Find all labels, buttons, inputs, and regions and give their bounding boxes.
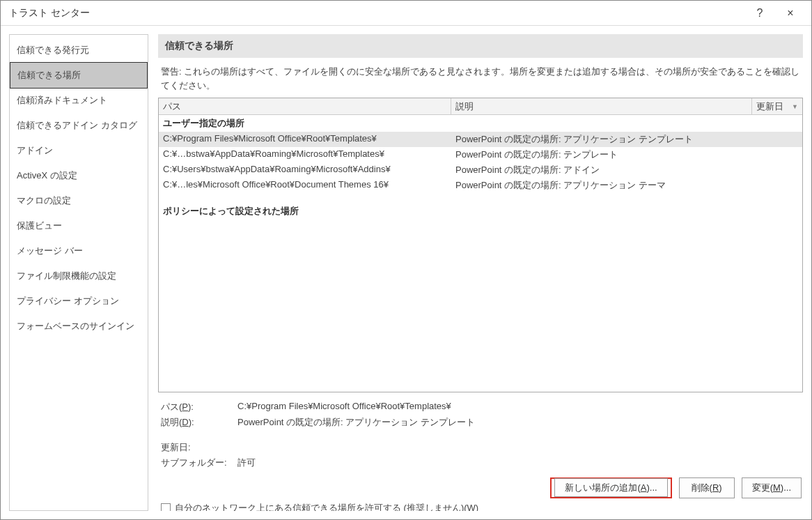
window-title: トラスト センター <box>9 7 744 20</box>
group-user-locations: ユーザー指定の場所 <box>159 115 802 132</box>
network-locations-checkbox-row[interactable]: 自分のネットワーク上にある信頼できる場所を許可する (推奨しません)(W) <box>158 501 803 511</box>
detail-subfolder-value: 許可 <box>237 457 800 469</box>
add-location-button[interactable]: 新しい場所の追加(A)... <box>554 478 667 497</box>
detail-date-value <box>237 441 800 454</box>
cell-date <box>752 162 802 178</box>
sidebar-item-trusted-documents[interactable]: 信頼済みドキュメント <box>10 88 148 113</box>
cell-path: C:¥…les¥Microsoft Office¥Root¥Document T… <box>159 178 451 193</box>
modify-button[interactable]: 変更(M)... <box>742 477 802 498</box>
sidebar-item-form-signin[interactable]: フォームベースのサインイン <box>10 314 148 339</box>
cell-desc: PowerPoint の既定の場所: アドイン <box>451 162 752 178</box>
sidebar-item-macro[interactable]: マクロの設定 <box>10 188 148 213</box>
sidebar-item-file-block[interactable]: ファイル制限機能の設定 <box>10 263 148 289</box>
cell-desc: PowerPoint の既定の場所: アプリケーション テンプレート <box>451 132 752 147</box>
sidebar-item-protected-view[interactable]: 保護ビュー <box>10 213 148 238</box>
category-sidebar: 信頼できる発行元 信頼できる場所 信頼済みドキュメント 信頼できるアドイン カタ… <box>9 34 148 511</box>
cell-path: C:¥Program Files¥Microsoft Office¥Root¥T… <box>159 132 451 147</box>
sidebar-item-trusted-addin-catalogs[interactable]: 信頼できるアドイン カタログ <box>10 113 148 138</box>
network-locations-checkbox-label: 自分のネットワーク上にある信頼できる場所を許可する (推奨しません)(W) <box>175 502 478 511</box>
cell-date <box>752 132 802 147</box>
titlebar: トラスト センター ? × <box>1 1 811 26</box>
locations-table: パス 説明 更新日 ▼ ユーザー指定の場所 C:¥Program Files¥M… <box>158 98 803 392</box>
table-row[interactable]: C:¥Program Files¥Microsoft Office¥Root¥T… <box>159 132 802 147</box>
table-header-row: パス 説明 更新日 ▼ <box>159 98 802 115</box>
detail-path-label: パス(P): <box>161 401 237 413</box>
detail-subfolder-label: サブフォルダー: <box>161 457 237 469</box>
sidebar-item-addins[interactable]: アドイン <box>10 138 148 163</box>
sidebar-item-message-bar[interactable]: メッセージ バー <box>10 238 148 263</box>
detail-date-label: 更新日: <box>161 441 237 454</box>
cell-desc: PowerPoint の既定の場所: テンプレート <box>451 147 752 162</box>
sidebar-item-trusted-locations[interactable]: 信頼できる場所 <box>10 62 148 89</box>
column-header-path[interactable]: パス <box>159 98 451 114</box>
sidebar-item-trusted-publishers[interactable]: 信頼できる発行元 <box>10 38 148 63</box>
cell-path: C:¥Users¥bstwa¥AppData¥Roaming¥Microsoft… <box>159 162 451 178</box>
button-row: 新しい場所の追加(A)... 削除(R) 変更(M)... <box>158 475 803 501</box>
cell-date <box>752 178 802 193</box>
sidebar-item-activex[interactable]: ActiveX の設定 <box>10 163 148 188</box>
column-header-date-label: 更新日 <box>756 100 783 113</box>
detail-desc-label: 説明(D): <box>161 416 237 429</box>
detail-desc-value: PowerPoint の既定の場所: アプリケーション テンプレート <box>237 416 800 429</box>
cell-path: C:¥…bstwa¥AppData¥Roaming¥Microsoft¥Temp… <box>159 147 451 162</box>
remove-button[interactable]: 削除(R) <box>679 477 735 498</box>
table-body[interactable]: ユーザー指定の場所 C:¥Program Files¥Microsoft Off… <box>159 115 802 392</box>
checkbox-icon[interactable] <box>161 503 171 511</box>
sidebar-item-privacy[interactable]: プライバシー オプション <box>10 289 148 314</box>
close-button[interactable]: × <box>775 1 806 26</box>
table-row[interactable]: C:¥…bstwa¥AppData¥Roaming¥Microsoft¥Temp… <box>159 147 802 162</box>
main-panel: 信頼できる場所 警告: これらの場所はすべて、ファイルを開くのに安全な場所である… <box>158 34 803 511</box>
trust-center-window: トラスト センター ? × 信頼できる発行元 信頼できる場所 信頼済みドキュメン… <box>0 0 812 520</box>
section-header: 信頼できる場所 <box>158 34 803 58</box>
table-row[interactable]: C:¥…les¥Microsoft Office¥Root¥Document T… <box>159 178 802 193</box>
warning-text: 警告: これらの場所はすべて、ファイルを開くのに安全な場所であると見なされます。… <box>158 58 803 98</box>
detail-path-value: C:¥Program Files¥Microsoft Office¥Root¥T… <box>237 401 800 413</box>
help-button[interactable]: ? <box>744 1 775 26</box>
group-policy-locations: ポリシーによって設定された場所 <box>159 203 802 220</box>
sort-dropdown-icon: ▼ <box>792 103 798 110</box>
column-header-date[interactable]: 更新日 ▼ <box>752 98 802 114</box>
details-panel: パス(P): C:¥Program Files¥Microsoft Office… <box>158 392 803 475</box>
cell-date <box>752 147 802 162</box>
cell-desc: PowerPoint の既定の場所: アプリケーション テーマ <box>451 178 752 193</box>
table-row[interactable]: C:¥Users¥bstwa¥AppData¥Roaming¥Microsoft… <box>159 162 802 178</box>
column-header-description[interactable]: 説明 <box>451 98 752 114</box>
window-body: 信頼できる発行元 信頼できる場所 信頼済みドキュメント 信頼できるアドイン カタ… <box>1 26 811 519</box>
highlight-add-button: 新しい場所の追加(A)... <box>550 477 671 498</box>
